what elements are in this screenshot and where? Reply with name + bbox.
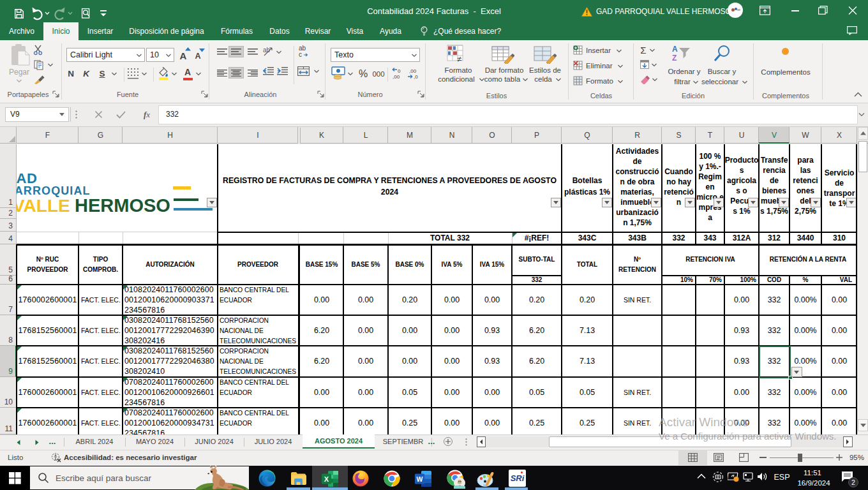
svg-text:,00: ,00 bbox=[409, 68, 417, 74]
svg-text:0: 0 bbox=[398, 68, 401, 74]
svg-text:X: X bbox=[324, 475, 329, 483]
svg-text:,0: ,0 bbox=[414, 74, 418, 80]
svg-text:W: W bbox=[417, 475, 423, 483]
svg-text:c: c bbox=[299, 51, 302, 58]
svg-text:Z: Z bbox=[672, 54, 677, 63]
svg-text:≠: ≠ bbox=[457, 54, 461, 64]
svg-text:A: A bbox=[672, 45, 678, 54]
svg-text:,00: ,00 bbox=[393, 74, 400, 80]
